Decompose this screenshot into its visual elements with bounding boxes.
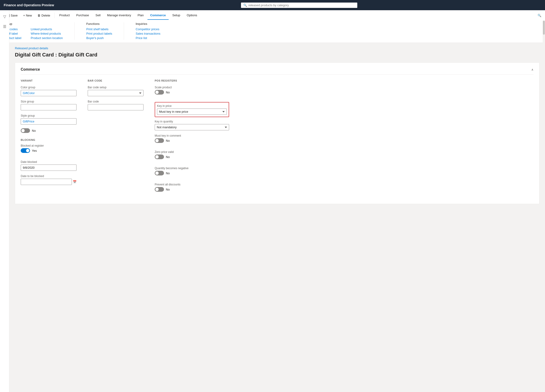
filter-icon[interactable]: ▽	[2, 13, 7, 20]
zero-price-valid-toggle[interactable]	[155, 155, 164, 159]
prevent-all-discounts-field: Prevent all discounts No	[155, 183, 229, 195]
color-group-field: Color group	[21, 86, 76, 96]
competitor-prices-link[interactable]: Competitor prices	[136, 27, 160, 31]
zero-price-valid-slider	[155, 155, 164, 159]
date-blocked-input[interactable]	[21, 164, 76, 171]
print-variants-toggle[interactable]	[21, 128, 30, 133]
divider1	[74, 22, 75, 40]
barcode-header: BAR CODE	[88, 79, 143, 82]
bar-code-field: Bar code	[88, 100, 143, 110]
delete-icon: 🗑	[37, 14, 40, 17]
main-wrapper: ▽ ☰ Released product details Digital Gif…	[0, 43, 545, 208]
scale-product-value: No	[166, 91, 170, 94]
date-to-be-blocked-input[interactable]	[21, 179, 72, 185]
print-variants-row: No	[21, 128, 76, 133]
setup-title2	[31, 22, 63, 25]
key-in-price-select[interactable]: Must key in new price Not mandatory Must…	[157, 109, 227, 115]
must-key-in-comment-field: Must key in comment No	[155, 134, 229, 147]
sales-transactions-link[interactable]: Sales transactions	[136, 32, 160, 35]
key-in-quantity-field: Key in quantity Not mandatory Mandatory	[155, 120, 229, 130]
setup-section2: Linked products Where-linked products Pr…	[31, 22, 63, 40]
tab-purchase[interactable]: Purchase	[74, 11, 92, 20]
style-group-label: Style group	[21, 114, 76, 117]
key-in-quantity-label: Key in quantity	[155, 120, 229, 123]
calendar-icon[interactable]: 📅	[73, 180, 76, 184]
blocked-at-register-row: Yes	[21, 148, 76, 153]
scale-product-slider	[155, 90, 164, 95]
scrollbar-thumb[interactable]	[543, 21, 545, 35]
functions-section: Functions Print shelf labels Print produ…	[86, 22, 112, 40]
bar-code-input[interactable]	[88, 104, 143, 110]
price-list-link[interactable]: Price list	[136, 36, 160, 40]
size-group-label: Size group	[21, 100, 76, 103]
must-key-in-comment-slider	[155, 138, 164, 143]
app-title: Finance and Operations Preview	[4, 3, 54, 7]
tab-commerce[interactable]: Commerce	[148, 11, 169, 20]
date-blocked-field: Date blocked	[21, 160, 76, 171]
inquiries-items: Competitor prices Sales transactions Pri…	[136, 27, 160, 40]
key-in-price-label: Key in price	[157, 104, 227, 108]
key-in-quantity-select[interactable]: Not mandatory Mandatory	[155, 124, 229, 130]
must-key-in-comment-value: No	[166, 139, 170, 142]
blocking-header: BLOCKING	[21, 139, 76, 141]
print-shelf-labels-link[interactable]: Print shelf labels	[86, 27, 112, 31]
must-key-in-comment-row: No	[155, 138, 229, 143]
section-title: Commerce	[21, 67, 40, 72]
new-button[interactable]: + New	[21, 12, 34, 18]
global-search[interactable]: 🔍	[241, 3, 357, 8]
must-key-in-comment-toggle[interactable]	[155, 138, 164, 143]
functions-title: Functions	[86, 22, 112, 25]
linked-products-link[interactable]: Linked products	[31, 27, 63, 31]
scale-product-toggle[interactable]	[155, 90, 164, 95]
page-title: Digital Gift Card : Digital Gift Card	[15, 52, 539, 58]
quantity-negative-value: No	[166, 171, 170, 175]
new-icon: +	[23, 14, 25, 17]
setup-items2: Linked products Where-linked products Pr…	[31, 27, 63, 40]
search-input[interactable]	[248, 4, 355, 7]
tab-sell[interactable]: Sell	[93, 11, 104, 20]
blocked-at-register-slider	[21, 148, 30, 153]
size-group-field: Size group	[21, 100, 76, 110]
breadcrumb[interactable]: Released product details	[15, 47, 539, 50]
size-group-input[interactable]	[21, 104, 76, 110]
form-columns: VARIANT Color group Size group Style gro…	[21, 79, 534, 199]
prevent-all-discounts-label: Prevent all discounts	[155, 183, 229, 186]
quantity-negative-toggle[interactable]	[155, 171, 164, 175]
prevent-all-discounts-toggle[interactable]	[155, 187, 164, 192]
tab-product[interactable]: Product	[56, 11, 73, 20]
scrollbar-track[interactable]	[543, 20, 545, 67]
variant-header: VARIANT	[21, 79, 76, 82]
tab-manage-inventory[interactable]: Manage inventory	[104, 11, 134, 20]
prevent-all-discounts-row: No	[155, 187, 229, 192]
inquiries-title: Inquiries	[136, 22, 160, 25]
print-product-labels-link[interactable]: Print product labels	[86, 32, 112, 35]
scale-product-field: Scale product No	[155, 86, 229, 98]
menu-icon[interactable]: ☰	[2, 23, 8, 30]
tab-options[interactable]: Options	[184, 11, 200, 20]
blocked-at-register-toggle[interactable]	[21, 148, 30, 153]
tab-setup[interactable]: Setup	[170, 11, 183, 20]
date-to-be-blocked-field: Date to be blocked 📅	[21, 175, 76, 185]
where-linked-link[interactable]: Where-linked products	[31, 32, 63, 35]
blocked-at-register-field: Blocked at register Yes	[21, 144, 76, 157]
style-group-field: Style group	[21, 114, 76, 125]
bar-code-setup-field: Bar code setup	[88, 86, 143, 96]
collapse-icon[interactable]: ∧	[531, 68, 534, 71]
buyers-push-link[interactable]: Buyer's push	[86, 36, 112, 40]
date-to-be-blocked-label: Date to be blocked	[21, 175, 76, 178]
date-blocked-label: Date blocked	[21, 160, 76, 163]
section-header: Commerce ∧	[21, 67, 534, 75]
search-icon-cmd[interactable]: 🔍	[538, 14, 541, 17]
color-group-label: Color group	[21, 86, 76, 89]
delete-button[interactable]: 🗑 Delete	[35, 12, 53, 18]
zero-price-valid-row: No	[155, 155, 229, 159]
style-group-input[interactable]	[21, 118, 76, 125]
bar-code-setup-select[interactable]	[88, 90, 143, 96]
scale-product-row: No	[155, 90, 229, 95]
commerce-section-card: Commerce ∧ VARIANT Color group Size grou…	[15, 62, 539, 204]
bar-code-setup-label: Bar code setup	[88, 86, 143, 89]
must-key-in-comment-label: Must key in comment	[155, 134, 229, 137]
tab-plan[interactable]: Plan	[135, 11, 147, 20]
color-group-input[interactable]	[21, 90, 76, 96]
product-section-link[interactable]: Product section location	[31, 36, 63, 40]
